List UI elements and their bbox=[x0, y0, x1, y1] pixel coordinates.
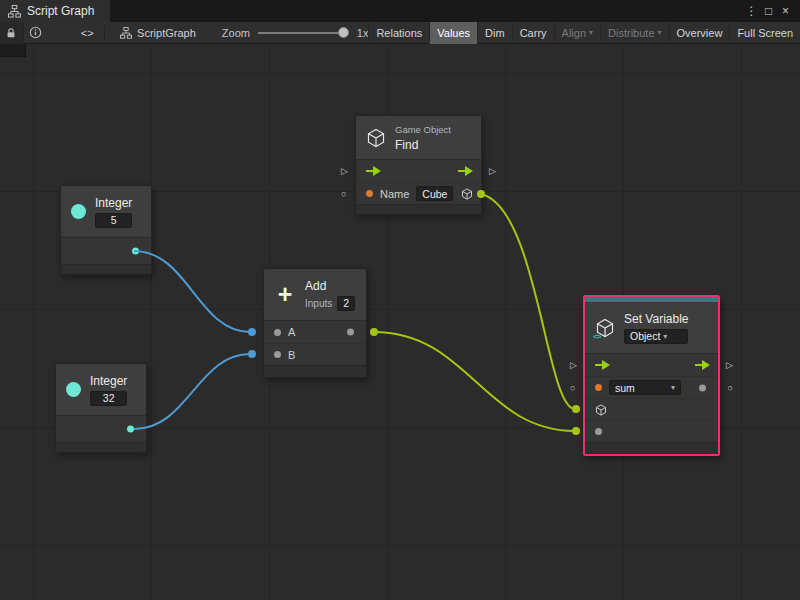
graph-canvas[interactable]: Integer 5 Integer 32 bbox=[0, 44, 800, 600]
breadcrumb[interactable]: ScriptGraph bbox=[120, 27, 196, 39]
toolbar-separator bbox=[104, 25, 105, 40]
dim-button[interactable]: Dim bbox=[477, 22, 512, 44]
string-port-icon[interactable] bbox=[366, 190, 373, 197]
flow-in-arrow-icon[interactable] bbox=[595, 360, 610, 370]
value-input-port[interactable] bbox=[595, 428, 602, 435]
window-menu-icon[interactable]: ⋮ bbox=[743, 4, 760, 18]
integer-value-field[interactable]: 32 bbox=[90, 391, 127, 406]
edit-source-button[interactable]: <> bbox=[75, 22, 99, 44]
sum-output-port[interactable] bbox=[347, 329, 354, 336]
node-set-variable[interactable]: <> Set Variable Object ▾ ▷ ▷ bbox=[583, 295, 720, 456]
name-input-port[interactable]: ○ bbox=[341, 189, 346, 198]
caret-down-icon: ▾ bbox=[658, 28, 662, 37]
flow-input-port[interactable]: ▷ bbox=[341, 167, 348, 176]
flow-in-arrow-icon[interactable] bbox=[366, 166, 381, 176]
set-variable-icon: <> bbox=[595, 318, 615, 338]
node-title: Find bbox=[395, 138, 451, 152]
close-icon[interactable]: × bbox=[777, 4, 794, 18]
node-footer bbox=[356, 204, 481, 214]
game-object-icon bbox=[366, 128, 386, 148]
relations-button[interactable]: Relations bbox=[368, 22, 429, 44]
unity-script-graph-window: Script Graph ⋮ □ × <> bbox=[0, 0, 800, 600]
lock-button[interactable] bbox=[0, 22, 24, 44]
lock-icon bbox=[5, 27, 17, 39]
node-footer bbox=[56, 442, 146, 452]
port-label: B bbox=[288, 349, 295, 361]
distribute-button: Distribute ▾ bbox=[600, 22, 668, 44]
port-endpoint bbox=[572, 427, 580, 435]
object-target-row bbox=[585, 398, 718, 420]
variable-scope-dropdown[interactable]: Object ▾ bbox=[624, 329, 688, 344]
port-endpoint bbox=[248, 328, 256, 336]
integer-output-port[interactable] bbox=[132, 248, 139, 255]
integer-value-field[interactable]: 5 bbox=[95, 213, 132, 228]
variable-name-row: ○ sum ▾ ○ bbox=[585, 376, 718, 398]
object-target-port-icon[interactable] bbox=[595, 404, 607, 416]
add-icon: + bbox=[274, 282, 296, 307]
node-title: Integer bbox=[95, 196, 132, 210]
port-label: Name bbox=[380, 188, 409, 200]
graph-toolbar: <> ScriptGraph Zoom 1x Relations bbox=[0, 22, 800, 44]
zoom-label: Zoom bbox=[222, 27, 250, 39]
flow-port-row: ▷ ▷ bbox=[585, 354, 718, 376]
node-title: Set Variable bbox=[624, 312, 688, 326]
values-button[interactable]: Values bbox=[429, 22, 477, 44]
node-find[interactable]: Game Object Find ▷ ▷ ○ Name Cube bbox=[355, 115, 482, 215]
flow-input-port[interactable]: ▷ bbox=[570, 361, 577, 370]
game-object-output-icon[interactable] bbox=[461, 188, 473, 200]
output-port-row bbox=[61, 238, 151, 264]
carry-button[interactable]: Carry bbox=[512, 22, 554, 44]
node-add[interactable]: + Add Inputs 2 A B bbox=[263, 268, 367, 378]
value-output-outer-port[interactable]: ○ bbox=[728, 383, 733, 392]
caret-down-icon: ▾ bbox=[589, 28, 593, 37]
value-output-port[interactable] bbox=[699, 384, 706, 391]
input-b-row: B bbox=[264, 343, 366, 365]
toolbar-buttons: Relations Values Dim Carry Align ▾ Distr… bbox=[368, 22, 800, 44]
node-footer bbox=[61, 264, 151, 274]
input-a-port[interactable] bbox=[274, 329, 281, 336]
window-controls: ⋮ □ × bbox=[743, 4, 800, 18]
integer-output-port[interactable] bbox=[127, 426, 134, 433]
flow-out-arrow-icon[interactable] bbox=[458, 166, 473, 176]
code-icon: <> bbox=[81, 27, 94, 39]
name-input-port[interactable]: ○ bbox=[570, 383, 575, 392]
flow-output-port[interactable]: ▷ bbox=[489, 167, 496, 176]
overview-button[interactable]: Overview bbox=[669, 22, 730, 44]
integer-icon bbox=[66, 382, 81, 397]
input-a-row: A bbox=[264, 321, 366, 343]
input-b-port[interactable] bbox=[274, 351, 281, 358]
integer-icon bbox=[71, 204, 86, 219]
port-endpoint bbox=[572, 405, 580, 413]
node-integer-b[interactable]: Integer 32 bbox=[55, 363, 147, 453]
zoom-slider-handle[interactable] bbox=[338, 27, 349, 38]
breadcrumb-label: ScriptGraph bbox=[137, 27, 196, 39]
node-title: Integer bbox=[90, 374, 127, 388]
canvas-corner-handle[interactable] bbox=[0, 44, 26, 57]
wire-add-to-setvariable-value[interactable] bbox=[374, 332, 575, 431]
inspect-button[interactable] bbox=[24, 22, 48, 44]
port-endpoint bbox=[370, 328, 378, 336]
name-value-field[interactable]: Cube bbox=[416, 186, 453, 201]
wire-find-to-setvariable-object[interactable] bbox=[481, 194, 575, 409]
tab-title: Script Graph bbox=[27, 4, 94, 18]
flow-out-arrow-icon[interactable] bbox=[695, 360, 710, 370]
tab-script-graph[interactable]: Script Graph bbox=[0, 0, 110, 22]
fullscreen-button[interactable]: Full Screen bbox=[729, 22, 800, 44]
port-label: A bbox=[288, 326, 295, 338]
variable-name-dropdown[interactable]: sum ▾ bbox=[609, 380, 681, 395]
output-port-row bbox=[56, 416, 146, 442]
title-bar: Script Graph ⋮ □ × bbox=[0, 0, 800, 22]
port-endpoint bbox=[248, 350, 256, 358]
variable-overlay-icon: <> bbox=[593, 332, 600, 341]
inputs-label: Inputs bbox=[305, 298, 332, 309]
node-integer-a[interactable]: Integer 5 bbox=[60, 185, 152, 275]
maximize-icon[interactable]: □ bbox=[760, 4, 777, 18]
wire-integer32-to-add-b[interactable] bbox=[134, 354, 250, 429]
string-port-icon[interactable] bbox=[595, 384, 602, 391]
script-graph-icon bbox=[8, 5, 21, 18]
node-footer bbox=[585, 442, 718, 454]
zoom-slider[interactable] bbox=[258, 22, 349, 44]
flow-output-port[interactable]: ▷ bbox=[726, 361, 733, 370]
inputs-count-field[interactable]: 2 bbox=[337, 296, 355, 311]
node-footer bbox=[264, 365, 366, 377]
